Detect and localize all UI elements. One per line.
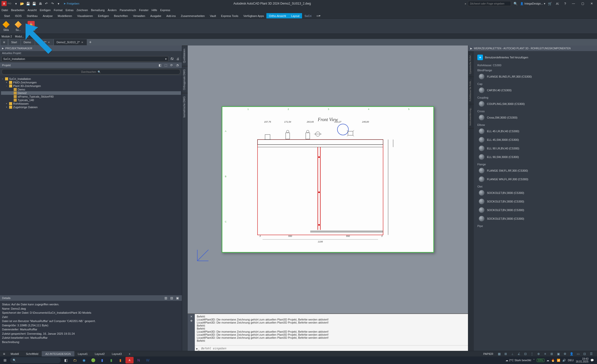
qat-dropdown-icon[interactable]: ▾	[56, 1, 61, 6]
status-icon-6[interactable]: ⋮	[529, 351, 535, 356]
ribbon-tab-isos[interactable]: ISOS	[12, 13, 24, 18]
add-layout-button[interactable]: +	[125, 351, 134, 357]
palette-component[interactable]: COUPLING,SW,3000 (CS300)	[474, 100, 597, 108]
chrome-icon[interactable]: 🟢	[89, 357, 97, 363]
status-icon-13[interactable]: ▭	[575, 351, 581, 356]
command-input[interactable]	[201, 347, 466, 350]
ribbon-tab-analyse[interactable]: Analyse	[40, 13, 55, 18]
space-toggle[interactable]: PAPIER	[483, 352, 493, 355]
minimize-button[interactable]: —	[570, 1, 577, 7]
ribbon-tab-verwalten[interactable]: Verwalten	[131, 13, 148, 18]
edge-icon[interactable]: ◉	[80, 357, 88, 363]
chevron-right-icon[interactable]: ▶	[470, 47, 472, 50]
cart-icon[interactable]: 🛒	[547, 1, 553, 6]
ribbon-sikla[interactable]: Sikla	[3, 21, 10, 31]
drawing-side-tab[interactable]: Isometrische DWG	[182, 93, 188, 121]
tree-node[interactable]: Typicals_140	[1, 98, 181, 102]
cmd-pin-icon[interactable]: ✥	[190, 319, 193, 323]
menu-parametrisch[interactable]: Parametrisch	[120, 9, 136, 12]
autocad-icon[interactable]: A	[125, 357, 134, 363]
layout-tab[interactable]: A2-INTEGADESIGN	[42, 351, 74, 357]
user-menu[interactable]: 👤IntegaDesign...▾	[520, 2, 545, 5]
ribbon-nager[interactable]: 🔒...nager	[27, 21, 35, 31]
close-tab-icon[interactable]: ✕	[48, 41, 50, 44]
chevron-right-icon[interactable]: ▶	[2, 47, 4, 50]
menu-ändern[interactable]: Ändern	[108, 9, 117, 12]
menu-zeichnen[interactable]: Zeichnen	[76, 9, 88, 12]
ribbon-tab-beschriften[interactable]: Beschriften	[112, 13, 131, 18]
module-tab[interactable]: ...	[27, 35, 29, 38]
ribbon-tab-verfügbare-apps[interactable]: Verfügbare Apps	[241, 13, 266, 18]
refresh-icon[interactable]: 🗘	[169, 56, 175, 61]
cmd-close-icon[interactable]: ✕	[190, 315, 193, 318]
start-menu-icon[interactable]: ≡	[1, 39, 8, 45]
wifi-icon[interactable]: 📶	[557, 359, 560, 362]
volume-icon[interactable]: 🔊	[562, 359, 566, 362]
word-icon[interactable]: W	[144, 357, 152, 363]
ribbon-tab-express-tools[interactable]: Express Tools	[219, 13, 241, 18]
search-icon[interactable]: 🔍	[513, 1, 518, 6]
lang-indicator[interactable]: DEU	[568, 359, 574, 362]
module-tab[interactable]: Modul...	[15, 35, 24, 38]
apps-icon[interactable]: А⁝	[555, 1, 560, 6]
tree-node[interactable]: -Plant 3D-Zeichnungen	[1, 84, 181, 88]
expand-icon[interactable]: +	[5, 106, 8, 108]
expand-icon[interactable]: +	[5, 81, 8, 84]
layout-tab[interactable]: Layout3	[108, 351, 125, 357]
palette-component[interactable]: SOCKOLET,BV,3000 (CS300)	[474, 214, 597, 223]
drawing-side-tab[interactable]: Quelldateien	[182, 46, 188, 66]
expand-icon[interactable]: +	[5, 102, 8, 105]
project-selector[interactable]: SuCri_Installation▾	[2, 56, 168, 62]
status-icon-14[interactable]: ⊡	[582, 351, 587, 356]
layout-tab[interactable]: Schriftfeld	[22, 351, 42, 357]
tray-chevron-icon[interactable]: ˄	[533, 359, 535, 362]
palette-component[interactable]: ELL 90 LR,BV,40 (CS300)	[474, 144, 597, 153]
palette-vtab[interactable]: Rohrklasse für Rohr...	[468, 77, 474, 104]
palette-component[interactable]: CAP,BV,40 (CS300)	[474, 86, 597, 95]
ribbon-tab-visualisieren[interactable]: Visualisieren	[75, 13, 95, 18]
close-tab-icon[interactable]: ✕	[81, 41, 83, 44]
windows-start-icon[interactable]: ⊞	[1, 357, 9, 363]
palette-component[interactable]: FLANGE SW,FL,RF,300 (CS300)	[474, 166, 597, 175]
onedrive-icon[interactable]: ☁	[546, 359, 549, 362]
palette-component[interactable]: FLANGE WN,FL,RF,300 (CS300)	[474, 175, 597, 184]
qat-new-icon[interactable]: ▾	[13, 1, 19, 6]
onenote-icon[interactable]: N	[135, 357, 143, 363]
doc-tab[interactable]: Start	[9, 39, 20, 45]
status-icon-1[interactable]: ▦	[496, 351, 502, 356]
help-icon[interactable]: ?	[562, 1, 568, 6]
palette-component[interactable]: ELL 90,SW,3000 (CS300)	[474, 153, 597, 161]
layout-tab[interactable]: Layout2	[91, 351, 108, 357]
close-button[interactable]: ✕	[588, 1, 595, 7]
menu-hilfe[interactable]: Hilfe	[152, 9, 157, 12]
palette-component[interactable]: SOCKOLET,BV,3000 (CS300)	[474, 197, 597, 206]
tree-node[interactable]: Demo	[1, 88, 181, 91]
icon-4[interactable]: ◔	[175, 63, 180, 68]
menu-extras[interactable]: Extras	[66, 9, 73, 12]
ribbon-tab-start[interactable]: Start	[2, 13, 12, 18]
menu-fenster[interactable]: Fenster	[139, 9, 148, 12]
palette-add-custom[interactable]: +Benutzerdefiniertes Teil hinzufügen	[474, 53, 597, 62]
status-icon-12[interactable]: 👤	[569, 351, 574, 356]
tree-search-input[interactable]: Durchsuchen 🔍	[2, 69, 180, 75]
qat-open-icon[interactable]: 📂	[19, 1, 25, 6]
tree-node[interactable]: siFramo_Typicals_StützeF80	[1, 95, 181, 98]
palette-component[interactable]: SOCKOLET,BV,3000 (CS300)	[474, 206, 597, 214]
qat-print-icon[interactable]: 🖶	[37, 1, 43, 6]
taskview-icon[interactable]: ◧	[62, 357, 70, 363]
doc-tab[interactable]: Demo	[21, 39, 34, 45]
palette-component[interactable]: Cross,SW,3000 (CS300)	[474, 113, 597, 122]
print-icon[interactable]: 🖨	[175, 56, 180, 61]
app-icon-3[interactable]: ▮	[116, 357, 124, 363]
windows-search[interactable]: 🔍	[10, 357, 61, 363]
tree-node[interactable]: −SuCri_Installation	[1, 77, 181, 81]
drawing-side-tab[interactable]: Orthogonale DWG	[182, 66, 188, 93]
status-icon-11[interactable]: ⚙	[562, 351, 568, 356]
status-icon-3[interactable]: ⟂	[509, 351, 515, 356]
layout-tab[interactable]: Layout1	[74, 351, 91, 357]
det-icon-3[interactable]: ▣	[175, 295, 180, 301]
status-icon-10[interactable]: ▣	[556, 351, 561, 356]
flame-icon[interactable]: 🔥	[551, 359, 555, 362]
maximize-button[interactable]: ▢	[579, 1, 586, 7]
status-icon-7[interactable]: ⊕	[536, 351, 541, 356]
